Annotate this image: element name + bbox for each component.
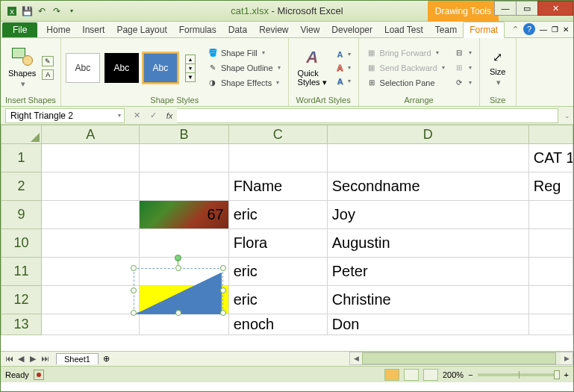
minimize-button[interactable]: — [494, 1, 517, 16]
scroll-thumb[interactable] [362, 352, 556, 364]
row-header[interactable]: 12 [1, 286, 42, 314]
zoom-slider[interactable] [478, 373, 560, 376]
cell[interactable] [529, 286, 573, 314]
workbook-minimize-icon[interactable]: — [540, 25, 547, 34]
tab-formulas[interactable]: Formulas [173, 22, 222, 37]
close-button[interactable]: ✕ [537, 1, 573, 16]
help-icon[interactable]: ? [523, 23, 535, 35]
cell[interactable]: eric [229, 286, 328, 314]
cell[interactable] [42, 258, 140, 286]
fx-icon[interactable]: fx [162, 109, 177, 122]
cell[interactable] [529, 258, 573, 286]
zoom-in-icon[interactable]: + [564, 370, 569, 379]
zoom-out-icon[interactable]: − [468, 370, 472, 379]
zoom-thumb[interactable] [554, 370, 560, 379]
expand-formula-bar-icon[interactable]: ⌄ [561, 112, 573, 119]
col-header-d[interactable]: D [328, 125, 529, 144]
selection-pane-button[interactable]: ⊞Selection Pane [364, 76, 448, 90]
file-tab[interactable]: File [2, 22, 37, 37]
size-button[interactable]: ⤢ Size ▾ [484, 45, 511, 90]
text-outline-button[interactable]: A▾ [334, 62, 354, 74]
shapes-button[interactable]: Shapes ▾ [5, 43, 39, 92]
row-header[interactable]: 1 [1, 144, 42, 172]
workbook-close-icon[interactable]: ✕ [563, 25, 569, 34]
tab-data[interactable]: Data [222, 22, 253, 37]
cell[interactable]: Joy [328, 201, 529, 229]
tab-view[interactable]: View [295, 22, 326, 37]
redo-icon[interactable]: ↷ [50, 4, 63, 18]
scroll-left-icon[interactable]: ◀ [350, 352, 362, 364]
row-header[interactable]: 13 [1, 314, 42, 335]
bring-forward-button[interactable]: ▦Bring Forward▾ [364, 46, 448, 60]
sheet-tab[interactable]: Sheet1 [56, 353, 99, 364]
cell[interactable] [42, 172, 140, 201]
text-fill-button[interactable]: A▾ [334, 49, 354, 60]
cell[interactable] [140, 144, 228, 172]
select-all-button[interactable] [1, 125, 42, 144]
new-sheet-icon[interactable]: ⊕ [103, 354, 110, 364]
excel-icon[interactable]: X [5, 4, 19, 18]
cell[interactable] [140, 314, 228, 335]
cell[interactable] [42, 314, 140, 335]
cell[interactable]: Augustin [328, 229, 529, 258]
next-sheet-icon[interactable]: ▶ [28, 354, 38, 364]
cell[interactable]: enoch [229, 314, 328, 335]
last-sheet-icon[interactable]: ⏭ [40, 354, 50, 364]
style-swatch-white[interactable]: Abc [66, 53, 100, 83]
send-backward-button[interactable]: ▦Send Backward▾ [364, 61, 448, 75]
tab-insert[interactable]: Insert [76, 22, 110, 37]
cell[interactable]: Don [328, 314, 529, 335]
save-icon[interactable]: 💾 [20, 4, 34, 18]
cell[interactable]: eric [229, 258, 328, 286]
col-header-c[interactable]: C [229, 125, 328, 144]
cell[interactable] [529, 229, 573, 258]
tab-format[interactable]: Format [463, 22, 505, 38]
page-break-view-button[interactable] [423, 369, 438, 381]
cell[interactable]: FName [229, 172, 328, 201]
qat-customize-icon[interactable]: ▾ [65, 4, 78, 18]
undo-icon[interactable]: ↶ [35, 4, 49, 18]
cell[interactable] [42, 201, 140, 229]
cancel-icon[interactable]: ✕ [129, 109, 144, 122]
cell[interactable]: 67 [140, 201, 228, 229]
cell[interactable]: Secondname [328, 172, 529, 201]
cell[interactable] [140, 229, 228, 258]
row-header[interactable]: 2 [1, 172, 42, 201]
first-sheet-icon[interactable]: ⏮ [4, 354, 14, 364]
style-gallery[interactable]: Abc Abc Abc ▴▾▼ [66, 53, 196, 83]
cell[interactable] [140, 172, 228, 201]
prev-sheet-icon[interactable]: ◀ [16, 354, 26, 364]
cell[interactable]: CAT 1 [529, 144, 573, 172]
formula-input[interactable] [177, 108, 558, 123]
style-swatch-black[interactable]: Abc [104, 53, 139, 83]
zoom-level[interactable]: 200% [443, 370, 464, 379]
gallery-more[interactable]: ▴▾▼ [185, 55, 196, 81]
cell[interactable] [328, 144, 529, 172]
cell[interactable] [229, 144, 328, 172]
enter-icon[interactable]: ✓ [146, 109, 160, 122]
row-header[interactable]: 9 [1, 201, 42, 229]
shape-effects-button[interactable]: ◑Shape Effects▾ [205, 76, 284, 90]
quick-styles-button[interactable]: A QuickStyles ▾ [293, 45, 331, 90]
rotate-button[interactable]: ⟳▾ [451, 76, 475, 90]
tab-load-test[interactable]: Load Test [378, 22, 429, 37]
dropdown-icon[interactable]: ▾ [118, 112, 121, 119]
tab-page-layout[interactable]: Page Layout [110, 22, 172, 37]
tab-review[interactable]: Review [253, 22, 294, 37]
row-header[interactable]: 11 [1, 258, 42, 286]
cell[interactable] [529, 314, 573, 335]
cell[interactable]: Peter [328, 258, 529, 286]
shape-outline-button[interactable]: ✎Shape Outline▾ [205, 61, 284, 75]
page-layout-view-button[interactable] [404, 369, 419, 381]
group-button[interactable]: ⊞▾ [451, 61, 475, 75]
style-swatch-blue[interactable]: Abc [143, 53, 178, 83]
cell[interactable]: eric [229, 201, 328, 229]
cell[interactable] [529, 201, 573, 229]
cell[interactable]: Flora [229, 229, 328, 258]
align-button[interactable]: ⊟▾ [451, 46, 475, 60]
tab-developer[interactable]: Developer [325, 22, 378, 37]
minimize-ribbon-icon[interactable]: ⌃ [512, 25, 519, 34]
workbook-restore-icon[interactable]: ❐ [552, 25, 558, 34]
cell[interactable]: Christine [328, 286, 529, 314]
text-box-icon[interactable]: A [42, 69, 54, 80]
